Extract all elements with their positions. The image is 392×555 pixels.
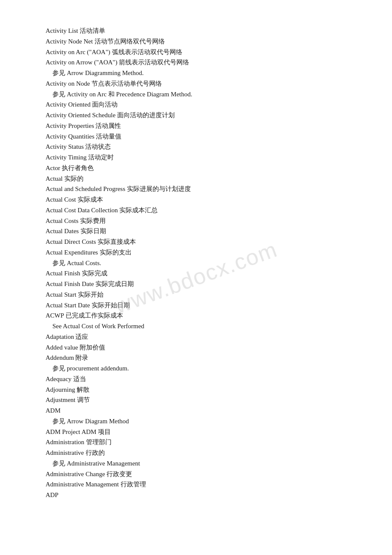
list-item: Actual Start 实际开始 (46, 289, 346, 300)
list-item: Adjourning 解散 (46, 384, 346, 395)
content-area: Activity List 活动清单Activity Node Net 活动节点… (46, 26, 346, 500)
list-item: 参见 Arrow Diagram Method (46, 416, 346, 427)
list-item: Activity on Arc ("AOA") 弧线表示活动双代号网络 (46, 47, 346, 58)
list-item: Adaptation 适应 (46, 332, 346, 342)
list-item: Added value 附加价值 (46, 342, 346, 353)
list-item: Adjustment 调节 (46, 395, 346, 405)
list-item: 参见 procurement addendum. (46, 363, 346, 374)
list-item: Activity List 活动清单 (46, 26, 346, 36)
list-item: 参见 Administrative Management (46, 458, 346, 469)
list-item: 参见 Arrow Diagramming Method. (46, 68, 346, 78)
list-item: Activity Oriented 面向活动 (46, 99, 346, 110)
list-item: ADP (46, 490, 346, 500)
list-item: Activity Properties 活动属性 (46, 121, 346, 131)
list-item: See Actual Cost of Work Performed (46, 321, 346, 332)
list-item: Actual Start Date 实际开始日期 (46, 300, 346, 311)
list-item: Actual Direct Costs 实际直接成本 (46, 237, 346, 247)
list-item: Activity Oriented Schedule 面向活动的进度计划 (46, 110, 346, 121)
list-item: Administration 管理部门 (46, 437, 346, 448)
list-item: Administrative Change 行政变更 (46, 469, 346, 480)
list-item: Administrative 行政的 (46, 448, 346, 458)
list-item: Actual Expenditures 实际的支出 (46, 247, 346, 258)
list-item: Actual Costs 实际费用 (46, 216, 346, 226)
list-item: Activity Status 活动状态 (46, 142, 346, 152)
list-item: Actual Cost 实际成本 (46, 194, 346, 205)
list-item: Actual Dates 实际日期 (46, 226, 346, 237)
list-item: Activity on Arrow ("AOA") 箭线表示活动双代号网络 (46, 57, 346, 68)
list-item: Actual Cost Data Collection 实际成本汇总 (46, 205, 346, 216)
list-item: Activity on Node 节点表示活动单代号网络 (46, 78, 346, 89)
list-item: Adequacy 适当 (46, 374, 346, 384)
list-item: Actual Finish 实际完成 (46, 268, 346, 279)
list-item: 参见 Actual Costs. (46, 258, 346, 269)
list-item: Actor 执行者角色 (46, 163, 346, 173)
list-item: Activity Timing 活动定时 (46, 152, 346, 163)
list-item: Activity Node Net 活动节点网络双代号网络 (46, 36, 346, 47)
list-item: ADM (46, 405, 346, 416)
list-item: Addendum 附录 (46, 353, 346, 363)
list-item: ADM Project ADM 项目 (46, 427, 346, 437)
list-item: Actual 实际的 (46, 173, 346, 184)
list-item: Actual Finish Date 实际完成日期 (46, 279, 346, 289)
list-item: Activity Quantities 活动量值 (46, 131, 346, 142)
list-item: Administrative Management 行政管理 (46, 479, 346, 490)
list-item: 参见 Activity on Arc 和 Precedence Diagram … (46, 89, 346, 100)
list-item: ACWP 已完成工作实际成本 (46, 310, 346, 321)
list-item: Actual and Scheduled Progress 实际进展的与计划进度 (46, 184, 346, 194)
